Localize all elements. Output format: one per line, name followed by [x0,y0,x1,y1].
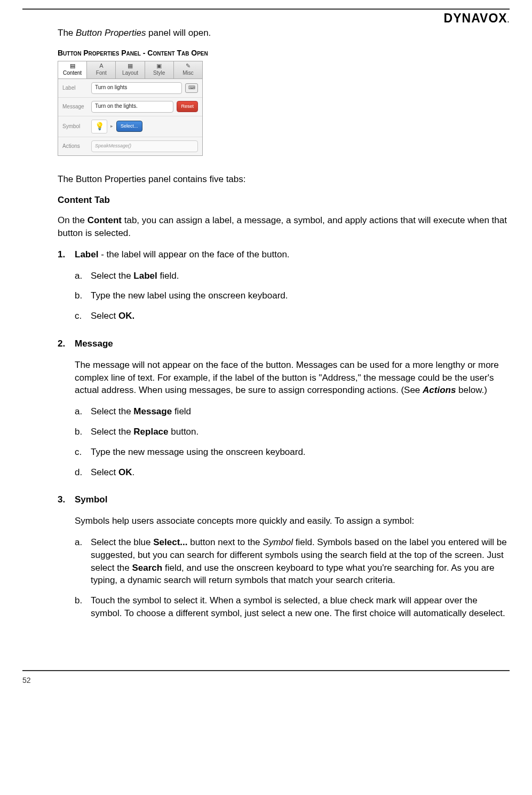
row-symbol: Symbol 💡 ▸ Select... [58,116,202,137]
row-label: Label Turn on lights ⌨ [58,79,202,98]
font-icon: A [87,62,115,69]
label-title: Label [62,84,91,92]
list-subitem: b. Touch the symbol to select it. When a… [75,594,510,620]
actions-title: Actions [62,143,91,150]
list-subitem: c. Select OK. [75,310,510,322]
tab-font[interactable]: A Font [87,61,116,78]
actions-input[interactable]: SpeakMessage() [91,140,198,152]
list-subitem: a. Select the blue Select... button next… [75,536,510,587]
content-tab-heading: Content Tab [58,194,510,207]
list-subitem: a. Select the Message field [75,405,510,418]
keyboard-icon[interactable]: ⌨ [185,83,198,93]
list-subitem: d. Select OK. [75,466,510,479]
brand-logo: DYNAVOX. [444,10,510,27]
page-number: 52 [22,675,510,686]
symbol-preview[interactable]: 💡 [91,120,107,133]
list-item: 3. Symbol Symbols help users associate c… [58,493,510,627]
content-tab-paragraph: On the Content tab, you can assign a lab… [58,214,510,240]
brand-header: DYNAVOX. [22,10,510,27]
chevron-icon: ▸ [110,123,113,130]
select-button[interactable]: Select... [116,121,142,132]
numbered-list: 1. Label - the label will appear on the … [58,248,510,627]
tab-style[interactable]: ▣ Style [145,61,174,78]
list-item: 2. Message The message will not appear o… [58,337,510,486]
layout-icon: ▦ [116,62,144,69]
tab-misc[interactable]: ✎ Misc [174,61,202,78]
list-item: 1. Label - the label will appear on the … [58,248,510,330]
message-input[interactable]: Turn on the lights. [91,101,173,113]
intro-paragraph: The Button Properties panel will open. [58,27,510,40]
row-actions: Actions SpeakMessage() [58,137,202,155]
symbol-title: Symbol [62,123,91,130]
figure-caption: Button Properties Panel - Content Tab Op… [58,48,510,59]
five-tabs-paragraph: The Button Properties panel contains fiv… [58,173,510,186]
message-title: Message [62,103,91,111]
tab-content[interactable]: ▤ Content [58,61,87,78]
button-properties-panel: ▤ Content A Font ▦ Layout ▣ Style [58,61,510,156]
list-subitem: a. Select the Label field. [75,270,510,282]
style-icon: ▣ [145,62,173,69]
misc-icon: ✎ [174,62,202,69]
label-input[interactable]: Turn on lights [91,82,182,94]
list-subitem: b. Type the new label using the onscreen… [75,289,510,302]
document-body: The Button Properties panel will open. B… [58,27,510,627]
list-subitem: c. Type the new message using the onscre… [75,446,510,459]
content-icon: ▤ [58,62,86,69]
panel-tabs: ▤ Content A Font ▦ Layout ▣ Style [58,61,202,79]
list-subitem: b. Select the Replace button. [75,426,510,438]
reset-button[interactable]: Reset [177,101,198,112]
row-message: Message Turn on the lights. Reset [58,98,202,116]
footer-rule [22,670,510,671]
tab-layout[interactable]: ▦ Layout [116,61,145,78]
